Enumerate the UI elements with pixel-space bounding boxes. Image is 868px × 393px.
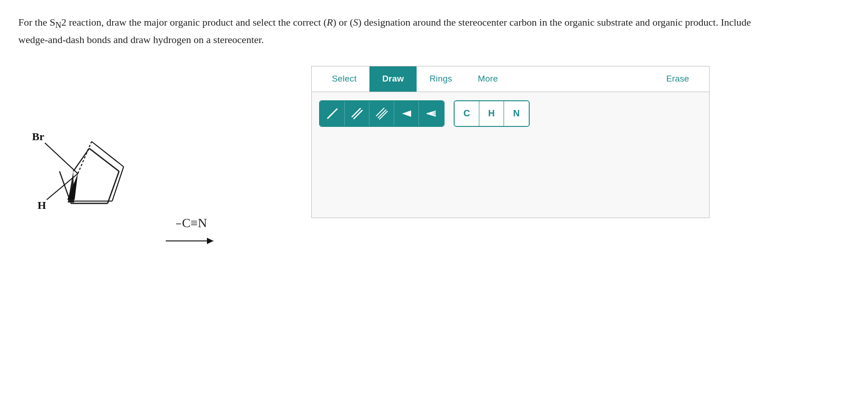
tab-draw[interactable]: Draw (369, 66, 417, 92)
svg-line-14 (45, 143, 78, 174)
svg-text:H: H (38, 199, 46, 211)
reagent-formula: −C≡N (176, 216, 207, 230)
reagent-cn: C≡N (182, 216, 207, 230)
atom-nitrogen-button[interactable]: N (504, 101, 529, 126)
double-bond-icon (350, 107, 364, 120)
atom-hydrogen-button[interactable]: H (479, 101, 504, 126)
svg-line-9 (92, 142, 124, 167)
reaction-area: Br H −C≡N (18, 66, 302, 333)
svg-line-13 (78, 142, 92, 174)
drawing-canvas[interactable] (312, 135, 709, 218)
svg-line-23 (376, 108, 384, 116)
reaction-arrow (164, 234, 219, 248)
tab-rings[interactable]: Rings (417, 66, 465, 92)
svg-marker-26 (402, 110, 411, 117)
svg-line-20 (328, 109, 337, 118)
single-bond-button[interactable] (320, 101, 345, 126)
tab-select[interactable]: Select (319, 66, 369, 92)
tool-panel: Select Draw Rings More Erase (311, 66, 710, 218)
main-area: Br H −C≡N Select Draw (18, 66, 850, 333)
dash-bond-icon (424, 107, 438, 120)
reagent-area: −C≡N (164, 197, 219, 248)
bond-group (319, 100, 445, 127)
tab-more[interactable]: More (465, 66, 511, 92)
toolbar-tabs: Select Draw Rings More Erase (312, 66, 709, 92)
svg-marker-19 (207, 238, 213, 244)
tab-erase[interactable]: Erase (653, 74, 702, 84)
dash-bond-button[interactable] (419, 101, 444, 126)
svg-line-10 (112, 167, 124, 201)
triple-bond-button[interactable] (369, 101, 394, 126)
toolbar-tools: C H N (312, 92, 709, 135)
single-bond-icon (326, 107, 339, 120)
wedge-bond-button[interactable] (394, 101, 419, 126)
reagent-superscript: − (176, 218, 182, 230)
svg-text:Br: Br (32, 131, 44, 142)
atom-carbon-button[interactable]: C (455, 101, 479, 126)
double-bond-button[interactable] (345, 101, 369, 126)
substrate-molecule: Br H (18, 112, 156, 333)
molecule-svg: Br H (18, 112, 156, 226)
question-text: For the SN2 reaction, draw the major org… (18, 15, 774, 48)
triple-bond-icon (375, 107, 389, 120)
wedge-bond-icon (400, 107, 413, 120)
atom-group: C H N (454, 100, 530, 127)
